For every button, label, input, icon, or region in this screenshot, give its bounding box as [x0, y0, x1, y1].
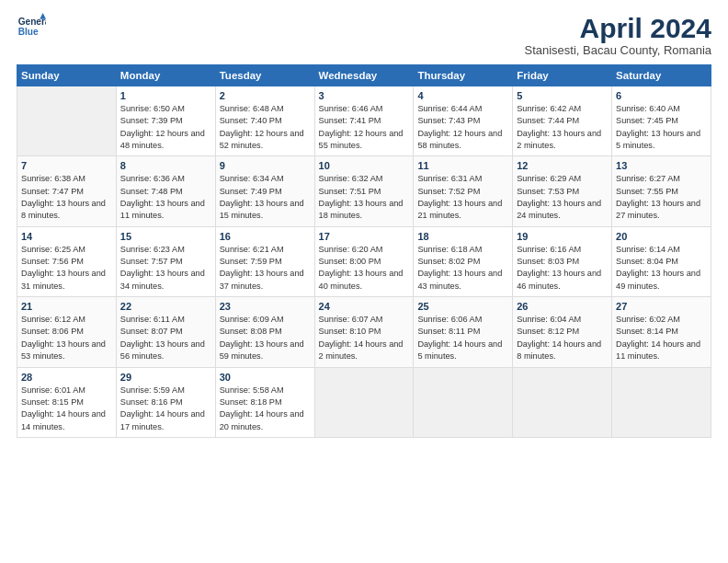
table-cell: 21Sunrise: 6:12 AMSunset: 8:06 PMDayligh…	[17, 297, 117, 367]
table-cell: 19Sunrise: 6:16 AMSunset: 8:03 PMDayligh…	[513, 226, 612, 296]
table-cell	[513, 367, 612, 437]
day-info: Sunrise: 6:07 AMSunset: 8:10 PMDaylight:…	[319, 314, 410, 362]
day-number: 15	[120, 231, 211, 242]
header-thursday: Thursday	[414, 65, 513, 86]
day-number: 14	[21, 231, 112, 242]
week-row-2: 7Sunrise: 6:38 AMSunset: 7:47 PMDaylight…	[17, 156, 711, 226]
day-info: Sunrise: 6:42 AMSunset: 7:44 PMDaylight:…	[517, 103, 608, 152]
header-sunday: Sunday	[17, 65, 117, 86]
day-number: 30	[220, 372, 311, 383]
week-row-1: 1Sunrise: 6:50 AMSunset: 7:39 PMDaylight…	[17, 86, 711, 156]
day-info: Sunrise: 6:12 AMSunset: 8:06 PMDaylight:…	[21, 314, 112, 362]
day-number: 8	[120, 160, 211, 171]
header-saturday: Saturday	[612, 65, 711, 86]
day-number: 19	[517, 231, 608, 242]
table-cell: 13Sunrise: 6:27 AMSunset: 7:55 PMDayligh…	[612, 156, 711, 226]
day-number: 1	[120, 90, 211, 101]
day-number: 29	[120, 372, 211, 383]
table-cell: 4Sunrise: 6:44 AMSunset: 7:43 PMDaylight…	[414, 86, 513, 156]
header: General Blue April 2024 Stanisesti, Baca…	[17, 13, 711, 57]
table-cell: 7Sunrise: 6:38 AMSunset: 7:47 PMDaylight…	[17, 156, 117, 226]
day-info: Sunrise: 6:34 AMSunset: 7:49 PMDaylight:…	[220, 173, 311, 222]
table-cell: 30Sunrise: 5:58 AMSunset: 8:18 PMDayligh…	[215, 367, 314, 437]
table-cell: 29Sunrise: 5:59 AMSunset: 8:16 PMDayligh…	[116, 367, 215, 437]
logo-icon: General Blue	[17, 13, 46, 42]
day-info: Sunrise: 6:06 AMSunset: 8:11 PMDaylight:…	[417, 314, 508, 362]
day-info: Sunrise: 6:14 AMSunset: 8:04 PMDaylight:…	[616, 244, 707, 293]
day-info: Sunrise: 6:02 AMSunset: 8:14 PMDaylight:…	[616, 314, 707, 362]
svg-text:Blue: Blue	[18, 27, 39, 37]
table-cell: 25Sunrise: 6:06 AMSunset: 8:11 PMDayligh…	[414, 297, 513, 367]
table-cell: 16Sunrise: 6:21 AMSunset: 7:59 PMDayligh…	[215, 226, 314, 296]
table-cell: 10Sunrise: 6:32 AMSunset: 7:51 PMDayligh…	[314, 156, 414, 226]
day-number: 6	[616, 90, 707, 101]
table-cell: 23Sunrise: 6:09 AMSunset: 8:08 PMDayligh…	[215, 297, 314, 367]
table-cell: 18Sunrise: 6:18 AMSunset: 8:02 PMDayligh…	[414, 226, 513, 296]
header-monday: Monday	[116, 65, 215, 86]
week-row-3: 14Sunrise: 6:25 AMSunset: 7:56 PMDayligh…	[17, 226, 711, 296]
day-info: Sunrise: 6:21 AMSunset: 7:59 PMDaylight:…	[220, 244, 311, 293]
day-number: 13	[616, 160, 707, 171]
page: General Blue April 2024 Stanisesti, Baca…	[0, 0, 728, 563]
table-cell: 3Sunrise: 6:46 AMSunset: 7:41 PMDaylight…	[314, 86, 414, 156]
header-row: Sunday Monday Tuesday Wednesday Thursday…	[17, 65, 711, 86]
calendar-table: Sunday Monday Tuesday Wednesday Thursday…	[17, 64, 711, 438]
day-number: 24	[319, 301, 410, 312]
day-number: 3	[319, 90, 410, 101]
table-cell: 6Sunrise: 6:40 AMSunset: 7:45 PMDaylight…	[612, 86, 711, 156]
day-info: Sunrise: 6:11 AMSunset: 8:07 PMDaylight:…	[120, 314, 211, 362]
day-info: Sunrise: 6:09 AMSunset: 8:08 PMDaylight:…	[220, 314, 311, 362]
table-cell: 5Sunrise: 6:42 AMSunset: 7:44 PMDaylight…	[513, 86, 612, 156]
day-info: Sunrise: 6:23 AMSunset: 7:57 PMDaylight:…	[120, 244, 211, 293]
day-info: Sunrise: 6:38 AMSunset: 7:47 PMDaylight:…	[21, 173, 112, 222]
day-info: Sunrise: 6:48 AMSunset: 7:40 PMDaylight:…	[220, 103, 311, 152]
header-tuesday: Tuesday	[215, 65, 314, 86]
table-cell	[612, 367, 711, 437]
table-cell: 24Sunrise: 6:07 AMSunset: 8:10 PMDayligh…	[314, 297, 414, 367]
table-cell: 26Sunrise: 6:04 AMSunset: 8:12 PMDayligh…	[513, 297, 612, 367]
day-number: 2	[220, 90, 311, 101]
week-row-5: 28Sunrise: 6:01 AMSunset: 8:15 PMDayligh…	[17, 367, 711, 437]
day-number: 7	[21, 160, 112, 171]
table-cell: 27Sunrise: 6:02 AMSunset: 8:14 PMDayligh…	[612, 297, 711, 367]
day-number: 25	[417, 301, 508, 312]
table-cell: 9Sunrise: 6:34 AMSunset: 7:49 PMDaylight…	[215, 156, 314, 226]
month-title: April 2024	[524, 13, 711, 43]
day-info: Sunrise: 5:59 AMSunset: 8:16 PMDaylight:…	[120, 385, 211, 433]
day-number: 18	[417, 231, 508, 242]
day-number: 23	[220, 301, 311, 312]
day-info: Sunrise: 6:18 AMSunset: 8:02 PMDaylight:…	[417, 244, 508, 293]
table-cell	[17, 86, 117, 156]
day-info: Sunrise: 6:50 AMSunset: 7:39 PMDaylight:…	[120, 103, 211, 152]
table-cell: 20Sunrise: 6:14 AMSunset: 8:04 PMDayligh…	[612, 226, 711, 296]
table-cell: 12Sunrise: 6:29 AMSunset: 7:53 PMDayligh…	[513, 156, 612, 226]
title-block: April 2024 Stanisesti, Bacau County, Rom…	[524, 13, 711, 57]
day-number: 21	[21, 301, 112, 312]
day-number: 11	[417, 160, 508, 171]
table-cell: 17Sunrise: 6:20 AMSunset: 8:00 PMDayligh…	[314, 226, 414, 296]
header-friday: Friday	[513, 65, 612, 86]
day-number: 22	[120, 301, 211, 312]
table-cell: 8Sunrise: 6:36 AMSunset: 7:48 PMDaylight…	[116, 156, 215, 226]
day-info: Sunrise: 6:29 AMSunset: 7:53 PMDaylight:…	[517, 173, 608, 222]
day-number: 27	[616, 301, 707, 312]
day-info: Sunrise: 6:16 AMSunset: 8:03 PMDaylight:…	[517, 244, 608, 293]
table-cell: 2Sunrise: 6:48 AMSunset: 7:40 PMDaylight…	[215, 86, 314, 156]
table-cell: 1Sunrise: 6:50 AMSunset: 7:39 PMDaylight…	[116, 86, 215, 156]
day-info: Sunrise: 6:27 AMSunset: 7:55 PMDaylight:…	[616, 173, 707, 222]
logo: General Blue	[17, 13, 46, 42]
day-info: Sunrise: 6:40 AMSunset: 7:45 PMDaylight:…	[616, 103, 707, 152]
day-info: Sunrise: 6:46 AMSunset: 7:41 PMDaylight:…	[319, 103, 410, 152]
day-info: Sunrise: 6:31 AMSunset: 7:52 PMDaylight:…	[417, 173, 508, 222]
table-cell	[314, 367, 414, 437]
day-info: Sunrise: 6:25 AMSunset: 7:56 PMDaylight:…	[21, 244, 112, 293]
day-number: 10	[319, 160, 410, 171]
day-number: 9	[220, 160, 311, 171]
svg-marker-2	[40, 13, 46, 19]
day-number: 28	[21, 372, 112, 383]
week-row-4: 21Sunrise: 6:12 AMSunset: 8:06 PMDayligh…	[17, 297, 711, 367]
day-number: 26	[517, 301, 608, 312]
day-info: Sunrise: 6:32 AMSunset: 7:51 PMDaylight:…	[319, 173, 410, 222]
day-info: Sunrise: 6:01 AMSunset: 8:15 PMDaylight:…	[21, 385, 112, 433]
table-cell: 15Sunrise: 6:23 AMSunset: 7:57 PMDayligh…	[116, 226, 215, 296]
